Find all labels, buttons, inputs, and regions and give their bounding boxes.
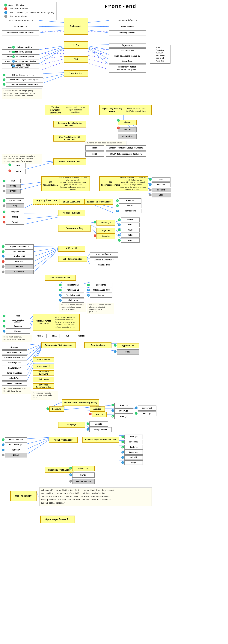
chakra-node: Chakra UI (62, 298, 84, 303)
legend-label-alternative: Alternativ Seçim (8, 8, 28, 10)
domain-node: Domen nədir? (109, 24, 146, 29)
badge-dom: ✓ (3, 74, 5, 76)
perf-metrics-node: Performans Ölçüləri (33, 370, 54, 376)
npm-node: npm (11, 163, 26, 168)
badge-electron: ✓ (69, 467, 72, 470)
proton-native-node: Proton Native (72, 479, 95, 484)
red-x-icon: ✗ (4, 7, 7, 10)
flutter-node: Flutter (5, 448, 27, 452)
enzyme-node: Enzyme (6, 329, 30, 334)
internet-left2: HTTP nədir? (2, 24, 39, 29)
ssr-vue-node: Vue.js (92, 412, 107, 417)
badge-postcss: ! (149, 183, 152, 186)
badge-reactjs: ✓ (94, 221, 96, 224)
static-generators-node: Statik Sayt Generatorları (82, 437, 119, 443)
git-node: Git-dən İstifadənin Əsasları (53, 121, 86, 128)
badge-oocss: · (3, 185, 5, 187)
badge-github: ✓ (117, 119, 120, 122)
svg-line-41 (43, 76, 64, 83)
svg-line-109 (27, 345, 41, 355)
html-left2: Semantik HTML yazmaq (2, 50, 39, 54)
dns-node: DNS necə işləyir? (109, 18, 146, 23)
svg-line-151 (36, 492, 39, 498)
badge-relay: ! (87, 428, 89, 431)
badge-less: · (149, 194, 152, 196)
badge-carlo: ! (69, 474, 72, 476)
learn-more-node[interactable]: Öyrənməyə Davam Et (40, 516, 75, 523)
payments-node: Ödənişlər (2, 376, 27, 380)
svg-line-55 (21, 184, 41, 190)
badge-styled-components: ✓ (2, 245, 4, 248)
svg-line-40 (43, 74, 64, 78)
jekyll-node: Jekyll (124, 455, 143, 460)
badge-vuex: ✓ (118, 239, 121, 242)
svg-line-34 (88, 48, 109, 64)
redux-node: Redux (121, 218, 140, 222)
badge-rxjs: ✓ (118, 229, 121, 231)
svg-line-28 (39, 48, 64, 59)
badge-hugo: ! (121, 461, 124, 464)
badge-gulp: · (3, 204, 5, 207)
less-node: Less (152, 193, 171, 198)
css-preprocessors-node: CSS PreprossessorlarıMüasir frameworklar… (99, 176, 148, 191)
svg-line-108 (27, 344, 41, 350)
badge-es6: ✓ (3, 83, 5, 86)
svg-line-87 (34, 251, 58, 272)
notifications-node: Bildirişlər (2, 366, 27, 370)
badge-npm: ✓ (8, 164, 11, 166)
angular-node: Angular (96, 228, 115, 234)
badge-jekyll: ! (121, 456, 124, 459)
storage-node: Storage (2, 345, 27, 350)
afterjs-node: After.js (114, 408, 133, 414)
hosting-node: Hosting nədir? (109, 30, 146, 36)
cors-node: CORS (85, 152, 104, 157)
svg-line-64 (24, 216, 58, 219)
svg-line-31 (88, 46, 109, 50)
badge-html-left2: ✓ (12, 50, 15, 53)
ssr-node: Server Side Rendering (SSR) (62, 399, 99, 406)
svg-line-29 (39, 48, 64, 64)
gitlab-node: Gitlab (118, 127, 137, 132)
legend-item-optional: ! Zəruri deyil (Na zaman istəsən öyrən) (4, 11, 54, 14)
standardjs-node: StandardJS (119, 209, 141, 213)
svg-line-13 (88, 48, 107, 50)
svg-line-85 (34, 249, 58, 262)
vuepress-node: Vuepress (124, 450, 143, 455)
svg-line-107 (27, 344, 41, 345)
styled-components-node: Styled Components (5, 244, 34, 249)
task-runners-node: Tapşırıq İcraçıları . . . (33, 199, 60, 205)
badge-material-ui: ✓ (59, 289, 62, 291)
credentials-node: Salahliyyətlər (2, 381, 27, 386)
svg-line-39 (43, 72, 64, 74)
badge-ssr-react: ✓ (46, 408, 49, 410)
badge-fetch: ✓ (3, 78, 5, 81)
html-left3: Formlar və Validasiyalar (2, 54, 39, 59)
badge-redux: ✓ (118, 218, 121, 221)
svg-line-33 (88, 48, 109, 59)
package-managers-node: Paket Menecerləri (53, 158, 86, 165)
content-security-node: Kontent Təhlükəsizliyi Siyasəti (106, 145, 146, 150)
badge-react-testing: ✓ (3, 320, 5, 322)
svg-line-17 (88, 63, 107, 69)
svg-line-8 (41, 48, 64, 50)
smacss-node: SMACSS (6, 189, 21, 194)
badge-mobx: ! (118, 224, 121, 226)
svg-line-23 (88, 30, 109, 33)
badge-smacss: · (3, 190, 5, 192)
repo-hosting: Repository hosting xidmətləriHesab aç və… (99, 105, 152, 115)
svg-line-10 (41, 56, 64, 59)
svg-line-63 (24, 214, 58, 214)
html-right1: Ölçətanlıq (109, 43, 146, 48)
prettier-node: Prettier (119, 198, 141, 203)
legend: ✓ Şəxsi Tövsiyə ✗ Alternativ Seçim ! Zər… (2, 2, 57, 20)
svg-line-100 (84, 292, 90, 293)
html-right3: Baza biliklərə sahib ol (109, 54, 146, 58)
https-node: HTTPS (85, 145, 104, 150)
javascript-node: JavaScript (64, 70, 88, 77)
css-box: FloatPositionDisplayBox ModelCSS GridFle… (150, 45, 171, 64)
svg-line-15 (88, 55, 107, 59)
svg-line-65 (24, 217, 58, 224)
mobx-node: MobX (121, 222, 140, 227)
svg-line-105 (30, 321, 33, 330)
es6-learn: ES6+ va modulyar JavaScript (6, 82, 43, 87)
